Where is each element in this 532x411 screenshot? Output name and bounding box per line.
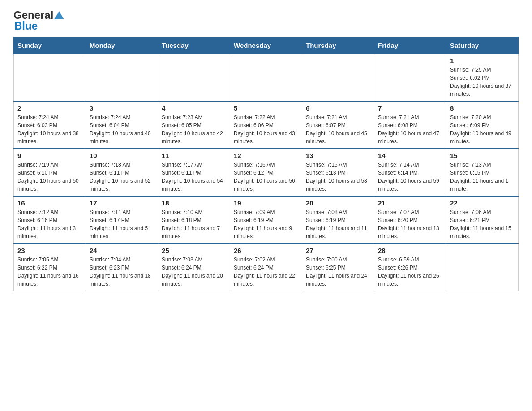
day-info: Sunrise: 7:21 AMSunset: 6:07 PMDaylight:… [306, 113, 370, 146]
day-number: 6 [306, 104, 370, 112]
day-number: 22 [450, 199, 515, 207]
day-number: 19 [234, 199, 298, 207]
calendar-cell: 22Sunrise: 7:06 AMSunset: 6:21 PMDayligh… [446, 196, 519, 244]
calendar-cell: 7Sunrise: 7:21 AMSunset: 6:08 PMDaylight… [374, 101, 446, 149]
day-info: Sunrise: 7:20 AMSunset: 6:09 PMDaylight:… [450, 113, 515, 146]
calendar-week-row: 16Sunrise: 7:12 AMSunset: 6:16 PMDayligh… [14, 196, 519, 244]
day-info: Sunrise: 7:03 AMSunset: 6:24 PMDaylight:… [162, 256, 226, 288]
day-number: 12 [234, 152, 298, 159]
calendar-header-wednesday: Wednesday [230, 37, 302, 54]
calendar-week-row: 23Sunrise: 7:05 AMSunset: 6:22 PMDayligh… [14, 244, 519, 291]
calendar-cell [14, 54, 86, 102]
calendar-header-row: SundayMondayTuesdayWednesdayThursdayFrid… [14, 37, 519, 54]
day-info: Sunrise: 7:11 AMSunset: 6:17 PMDaylight:… [90, 208, 154, 240]
calendar-cell: 11Sunrise: 7:17 AMSunset: 6:11 PMDayligh… [158, 149, 230, 196]
calendar-cell: 1Sunrise: 7:25 AMSunset: 6:02 PMDaylight… [446, 54, 519, 102]
day-number: 25 [162, 247, 226, 254]
day-info: Sunrise: 7:06 AMSunset: 6:21 PMDaylight:… [450, 208, 515, 240]
calendar-cell: 26Sunrise: 7:02 AMSunset: 6:24 PMDayligh… [230, 244, 302, 291]
day-info: Sunrise: 6:59 AMSunset: 6:26 PMDaylight:… [378, 256, 442, 288]
calendar-cell: 21Sunrise: 7:07 AMSunset: 6:20 PMDayligh… [374, 196, 446, 244]
day-info: Sunrise: 7:19 AMSunset: 6:10 PMDaylight:… [17, 161, 82, 193]
calendar-cell: 2Sunrise: 7:24 AMSunset: 6:03 PMDaylight… [14, 101, 86, 149]
logo-triangle-icon [54, 10, 64, 20]
calendar-cell: 19Sunrise: 7:09 AMSunset: 6:19 PMDayligh… [230, 196, 302, 244]
calendar-cell [230, 54, 302, 102]
day-info: Sunrise: 7:14 AMSunset: 6:14 PMDaylight:… [378, 161, 442, 193]
logo: General Blue [13, 9, 85, 32]
day-info: Sunrise: 7:23 AMSunset: 6:05 PMDaylight:… [162, 113, 226, 146]
day-info: Sunrise: 7:08 AMSunset: 6:19 PMDaylight:… [306, 208, 370, 240]
calendar-cell [374, 54, 446, 102]
page-header: General Blue [13, 9, 519, 32]
calendar-cell: 25Sunrise: 7:03 AMSunset: 6:24 PMDayligh… [158, 244, 230, 291]
day-number: 9 [17, 152, 82, 159]
calendar-header-sunday: Sunday [14, 37, 86, 54]
calendar-header-thursday: Thursday [302, 37, 374, 54]
calendar-cell: 14Sunrise: 7:14 AMSunset: 6:14 PMDayligh… [374, 149, 446, 196]
day-info: Sunrise: 7:10 AMSunset: 6:18 PMDaylight:… [162, 208, 226, 240]
day-number: 17 [90, 199, 154, 207]
calendar-cell: 13Sunrise: 7:15 AMSunset: 6:13 PMDayligh… [302, 149, 374, 196]
day-number: 21 [378, 199, 442, 207]
day-number: 1 [450, 57, 515, 64]
day-number: 11 [162, 152, 226, 159]
calendar-week-row: 1Sunrise: 7:25 AMSunset: 6:02 PMDaylight… [14, 54, 519, 102]
day-info: Sunrise: 7:24 AMSunset: 6:04 PMDaylight:… [90, 113, 154, 146]
calendar-cell: 16Sunrise: 7:12 AMSunset: 6:16 PMDayligh… [14, 196, 86, 244]
calendar-week-row: 9Sunrise: 7:19 AMSunset: 6:10 PMDaylight… [14, 149, 519, 196]
day-number: 14 [378, 152, 442, 159]
calendar-header-saturday: Saturday [446, 37, 519, 54]
calendar-cell: 15Sunrise: 7:13 AMSunset: 6:15 PMDayligh… [446, 149, 519, 196]
calendar-cell: 6Sunrise: 7:21 AMSunset: 6:07 PMDaylight… [302, 101, 374, 149]
day-info: Sunrise: 7:18 AMSunset: 6:11 PMDaylight:… [90, 161, 154, 193]
day-info: Sunrise: 7:24 AMSunset: 6:03 PMDaylight:… [17, 113, 82, 146]
calendar-cell: 28Sunrise: 6:59 AMSunset: 6:26 PMDayligh… [374, 244, 446, 291]
calendar-header-tuesday: Tuesday [158, 37, 230, 54]
day-number: 23 [17, 247, 82, 254]
day-number: 26 [234, 247, 298, 254]
day-info: Sunrise: 7:25 AMSunset: 6:02 PMDaylight:… [450, 66, 515, 98]
day-number: 16 [17, 199, 82, 207]
calendar-cell [86, 54, 158, 102]
calendar-cell: 9Sunrise: 7:19 AMSunset: 6:10 PMDaylight… [14, 149, 86, 196]
calendar-cell: 27Sunrise: 7:00 AMSunset: 6:25 PMDayligh… [302, 244, 374, 291]
day-info: Sunrise: 7:22 AMSunset: 6:06 PMDaylight:… [234, 113, 298, 146]
logo-container: General Blue [13, 9, 64, 32]
day-number: 7 [378, 104, 442, 112]
day-number: 18 [162, 199, 226, 207]
day-number: 2 [17, 104, 82, 112]
day-info: Sunrise: 7:02 AMSunset: 6:24 PMDaylight:… [234, 256, 298, 288]
day-number: 15 [450, 152, 515, 159]
calendar-cell [302, 54, 374, 102]
calendar-table: SundayMondayTuesdayWednesdayThursdayFrid… [13, 37, 519, 291]
calendar-cell [158, 54, 230, 102]
calendar-cell: 12Sunrise: 7:16 AMSunset: 6:12 PMDayligh… [230, 149, 302, 196]
logo-blue: Blue [14, 20, 38, 32]
calendar-cell: 3Sunrise: 7:24 AMSunset: 6:04 PMDaylight… [86, 101, 158, 149]
calendar-cell: 8Sunrise: 7:20 AMSunset: 6:09 PMDaylight… [446, 101, 519, 149]
day-number: 20 [306, 199, 370, 207]
day-info: Sunrise: 7:17 AMSunset: 6:11 PMDaylight:… [162, 161, 226, 193]
day-info: Sunrise: 7:09 AMSunset: 6:19 PMDaylight:… [234, 208, 298, 240]
svg-marker-0 [54, 11, 64, 19]
day-number: 10 [90, 152, 154, 159]
day-info: Sunrise: 7:16 AMSunset: 6:12 PMDaylight:… [234, 161, 298, 193]
calendar-cell: 4Sunrise: 7:23 AMSunset: 6:05 PMDaylight… [158, 101, 230, 149]
calendar-header-friday: Friday [374, 37, 446, 54]
calendar-cell: 23Sunrise: 7:05 AMSunset: 6:22 PMDayligh… [14, 244, 86, 291]
day-number: 3 [90, 104, 154, 112]
day-number: 5 [234, 104, 298, 112]
calendar-cell: 24Sunrise: 7:04 AMSunset: 6:23 PMDayligh… [86, 244, 158, 291]
calendar-cell: 18Sunrise: 7:10 AMSunset: 6:18 PMDayligh… [158, 196, 230, 244]
calendar-cell: 5Sunrise: 7:22 AMSunset: 6:06 PMDaylight… [230, 101, 302, 149]
day-info: Sunrise: 7:12 AMSunset: 6:16 PMDaylight:… [17, 208, 82, 240]
calendar-cell: 10Sunrise: 7:18 AMSunset: 6:11 PMDayligh… [86, 149, 158, 196]
day-info: Sunrise: 7:15 AMSunset: 6:13 PMDaylight:… [306, 161, 370, 193]
calendar-header-monday: Monday [86, 37, 158, 54]
day-number: 13 [306, 152, 370, 159]
day-info: Sunrise: 7:21 AMSunset: 6:08 PMDaylight:… [378, 113, 442, 146]
day-info: Sunrise: 7:13 AMSunset: 6:15 PMDaylight:… [450, 161, 515, 193]
day-number: 27 [306, 247, 370, 254]
day-number: 24 [90, 247, 154, 254]
